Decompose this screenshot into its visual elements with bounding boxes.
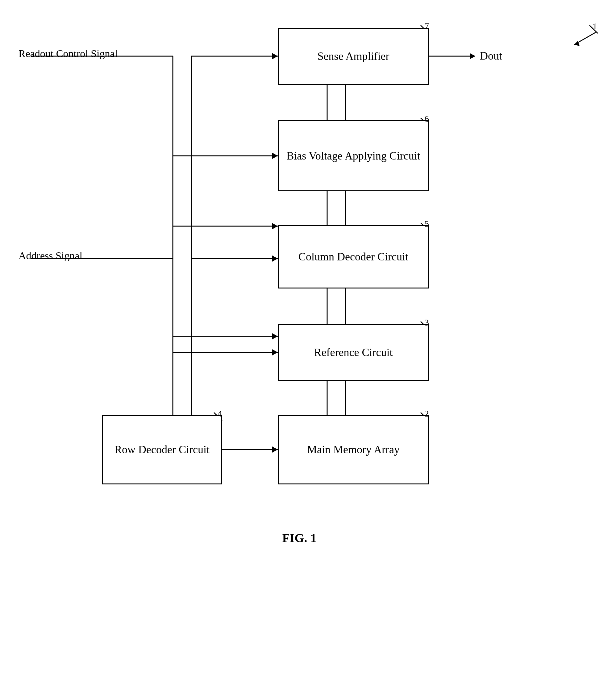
reference-circuit-label: Reference Circuit xyxy=(314,345,393,360)
reference-circuit-block: Reference Circuit xyxy=(278,324,429,381)
svg-marker-37 xyxy=(272,333,278,339)
readout-control-signal-label: Readout Control Signal xyxy=(18,48,118,60)
svg-marker-16 xyxy=(272,256,278,262)
sense-amplifier-block: Sense Amplifier xyxy=(278,28,429,85)
svg-marker-18 xyxy=(272,349,278,355)
bias-voltage-label: Bias Voltage Applying Circuit xyxy=(286,149,421,163)
sense-amplifier-label: Sense Amplifier xyxy=(318,49,389,64)
svg-marker-30 xyxy=(272,446,278,453)
ref-2: 2 xyxy=(424,408,429,419)
ref-4: 4 xyxy=(218,408,222,419)
diagram-container: Sense Amplifier Bias Voltage Applying Ci… xyxy=(0,0,616,676)
figure-label: FIG. 1 xyxy=(253,531,346,545)
ref-7: 7 xyxy=(424,21,429,32)
row-decoder-label: Row Decoder Circuit xyxy=(114,442,210,457)
svg-marker-13 xyxy=(272,153,278,159)
row-decoder-block: Row Decoder Circuit xyxy=(102,415,222,485)
address-signal-label: Address Signal xyxy=(18,250,82,262)
column-decoder-label: Column Decoder Circuit xyxy=(298,249,408,264)
svg-marker-35 xyxy=(470,53,475,59)
ref1-arrow-svg xyxy=(571,29,602,48)
svg-marker-20 xyxy=(272,223,278,229)
svg-marker-11 xyxy=(272,53,278,59)
ref-5: 5 xyxy=(424,218,429,229)
bias-voltage-block: Bias Voltage Applying Circuit xyxy=(278,120,429,191)
dout-label: Dout xyxy=(480,49,502,62)
ref-6: 6 xyxy=(424,114,429,124)
column-decoder-block: Column Decoder Circuit xyxy=(278,225,429,288)
main-memory-label: Main Memory Array xyxy=(307,442,400,457)
main-memory-block: Main Memory Array xyxy=(278,415,429,485)
ref-3: 3 xyxy=(424,317,429,328)
